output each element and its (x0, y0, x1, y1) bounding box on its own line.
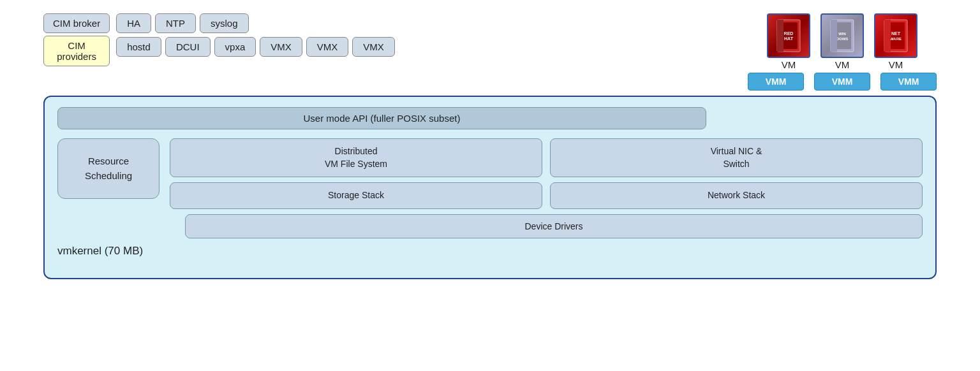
vm-item-1: RED HAT VM (767, 13, 810, 70)
vmkernel-box: User mode API (fuller POSIX subset) Reso… (43, 96, 937, 279)
service-hostd: hostd (116, 37, 161, 57)
network-stack-box: Network Stack (550, 182, 923, 209)
kernel-inner: Resource Scheduling Distributed VM File … (57, 138, 923, 209)
distributed-vm-fs-box: Distributed VM File System (170, 138, 542, 177)
service-dcui: DCUI (165, 37, 211, 57)
svg-text:RED: RED (784, 31, 794, 36)
cim-broker-box: CIM broker (43, 13, 110, 33)
services-group: HA NTP syslog hostd DCUI vpxa VMX VMX VM… (116, 13, 395, 57)
svg-rect-4 (777, 20, 783, 52)
panel-col-left: Distributed VM File System Storage Stack (170, 138, 542, 209)
cim-broker-group: CIM broker CIM providers (43, 13, 110, 66)
service-vmx-2: VMX (306, 37, 349, 57)
svg-rect-9 (831, 20, 837, 52)
svg-text:NET: NET (891, 31, 901, 36)
vm-images-row: RED HAT VM WIN DOWS (767, 13, 917, 70)
vm-item-3: NET WARE VM (874, 13, 917, 70)
vm-group: RED HAT VM WIN DOWS (748, 13, 937, 91)
netware-svg: NET WARE (883, 18, 909, 54)
vm-icon-redhat: RED HAT (767, 13, 810, 58)
vm-label-2: VM (835, 59, 850, 70)
architecture-diagram: CIM broker CIM providers HA NTP syslog h… (43, 13, 937, 358)
vmm-box-1: VMM (748, 73, 804, 91)
services-row-2: hostd DCUI vpxa VMX VMX VMX (116, 37, 395, 57)
device-drivers-box: Device Drivers (185, 214, 923, 238)
vm-item-2: WIN DOWS VM (820, 13, 864, 70)
panel-col-right: Virtual NIC & Switch Network Stack (550, 138, 923, 209)
user-mode-api-bar: User mode API (fuller POSIX subset) (57, 107, 706, 129)
services-row-1: HA NTP syslog (116, 13, 395, 33)
vmm-box-3: VMM (880, 73, 937, 91)
vm-icon-netware: NET WARE (874, 13, 917, 58)
svg-text:WIN: WIN (838, 32, 846, 36)
vmm-box-2: VMM (814, 73, 870, 91)
windows-svg: WIN DOWS (829, 18, 855, 54)
svg-text:DOWS: DOWS (836, 37, 849, 41)
service-vmx-3: VMX (352, 37, 395, 57)
service-ntp: NTP (155, 13, 196, 33)
vm-icon-windows: WIN DOWS (820, 13, 864, 58)
storage-stack-box: Storage Stack (170, 182, 542, 209)
cim-providers-box: CIM providers (43, 36, 110, 66)
virtual-nic-switch-box: Virtual NIC & Switch (550, 138, 923, 177)
service-syslog: syslog (200, 13, 249, 33)
svg-rect-14 (884, 20, 891, 52)
right-panels: Distributed VM File System Storage Stack… (170, 138, 923, 209)
service-vmx-1: VMX (260, 37, 302, 57)
vm-label-1: VM (782, 59, 796, 70)
vm-label-3: VM (889, 59, 903, 70)
resource-scheduling-box: Resource Scheduling (57, 138, 160, 199)
redhat-svg: RED HAT (776, 18, 801, 54)
vmm-row: VMM VMM VMM (748, 73, 937, 91)
top-section: CIM broker CIM providers HA NTP syslog h… (43, 13, 937, 91)
service-vpxa: vpxa (214, 37, 256, 57)
vmkernel-label: vmkernel (70 MB) (57, 245, 923, 258)
svg-text:WARE: WARE (890, 37, 902, 41)
svg-text:HAT: HAT (784, 36, 794, 41)
service-ha: HA (116, 13, 151, 33)
device-drivers-row: Device Drivers (57, 214, 923, 238)
